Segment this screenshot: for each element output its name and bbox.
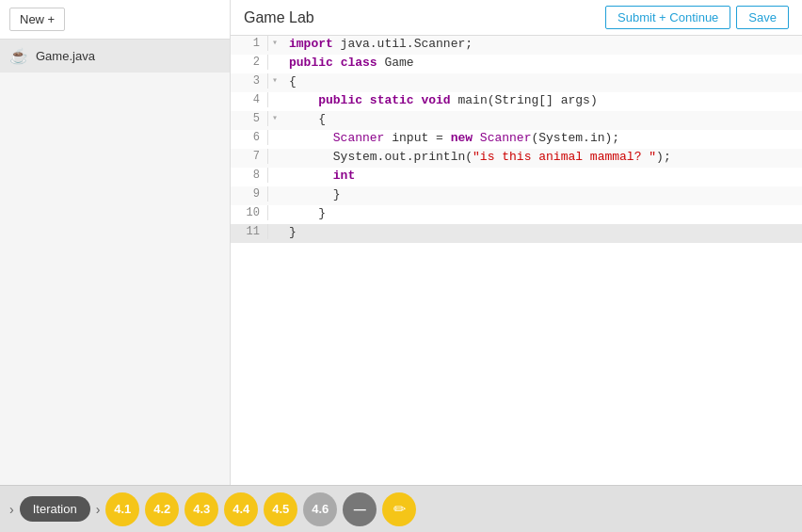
java-icon: ☕ <box>9 47 28 65</box>
code-line-6: 6 Scanner input = new Scanner(System.in)… <box>231 130 802 149</box>
line-number-2: 2 <box>231 55 268 70</box>
step-4-3-label: 4.3 <box>193 502 210 516</box>
code-line-7: 7 System.out.println("is this animal mam… <box>231 149 802 168</box>
file-item-game-java[interactable]: ☕ Game.java <box>0 40 230 73</box>
pencil-icon: ✏ <box>393 500 406 518</box>
line-number-6: 6 <box>231 130 268 145</box>
line-toggle-5[interactable]: ▾ <box>268 111 281 124</box>
editor-title: Game Lab <box>244 9 314 26</box>
sidebar-toolbar: New + <box>0 0 230 40</box>
line-number-11: 11 <box>231 224 268 239</box>
line-content-4: public static void main(String[] args) <box>281 92 605 108</box>
line-toggle-8 <box>268 168 281 169</box>
line-content-7: System.out.println("is this animal mamma… <box>281 149 679 165</box>
line-number-10: 10 <box>231 205 268 220</box>
code-line-9: 9 } <box>231 186 802 205</box>
step-dash[interactable]: — <box>343 492 377 526</box>
line-number-5: 5 <box>231 111 268 126</box>
step-4-3[interactable]: 4.3 <box>184 492 218 526</box>
step-4-2-label: 4.2 <box>153 502 170 516</box>
line-toggle-2 <box>268 55 281 56</box>
header-buttons: Submit + Continue Save <box>605 6 789 29</box>
line-number-8: 8 <box>231 168 268 183</box>
line-content-6: Scanner input = new Scanner(System.in); <box>281 130 627 146</box>
step-4-5[interactable]: 4.5 <box>264 492 297 526</box>
code-line-5: 5 ▾ { <box>231 111 802 130</box>
code-line-4: 4 public static void main(String[] args) <box>231 92 802 111</box>
line-content-9: } <box>281 186 348 202</box>
step-4-4-label: 4.4 <box>233 502 249 516</box>
step-4-6[interactable]: 4.6 <box>303 492 337 526</box>
code-line-2: 2 public class Game <box>231 55 802 73</box>
line-toggle-1[interactable]: ▾ <box>268 36 281 49</box>
main-area: New + ☕ Game.java Game Lab Submit + Cont… <box>0 0 802 485</box>
line-toggle-4 <box>268 92 281 94</box>
line-number-4: 4 <box>231 92 268 107</box>
line-toggle-11 <box>268 224 281 226</box>
code-line-3: 3 ▾ { <box>231 73 802 92</box>
chevron-right-icon[interactable]: › <box>96 502 101 517</box>
iteration-badge[interactable]: Iteration <box>20 496 90 522</box>
step-dash-label: — <box>354 502 366 516</box>
line-number-9: 9 <box>231 186 268 202</box>
code-line-8: 8 int <box>231 168 802 186</box>
line-toggle-7 <box>268 149 281 151</box>
step-4-4[interactable]: 4.4 <box>224 492 258 526</box>
line-number-3: 3 <box>231 73 268 89</box>
line-number-1: 1 <box>231 36 268 51</box>
editor-area: Game Lab Submit + Continue Save 1 ▾ impo… <box>231 0 802 485</box>
code-line-1: 1 ▾ import java.util.Scanner; <box>231 36 802 55</box>
line-toggle-9 <box>268 186 281 188</box>
save-button[interactable]: Save <box>736 6 789 29</box>
line-content-11: } <box>281 224 304 240</box>
line-content-3: { <box>281 73 304 89</box>
line-content-5: { <box>281 111 333 127</box>
line-number-7: 7 <box>231 149 268 164</box>
line-toggle-6 <box>268 130 281 132</box>
line-content-10: } <box>281 205 333 221</box>
new-button[interactable]: New + <box>9 8 65 31</box>
line-toggle-3[interactable]: ▾ <box>268 73 281 87</box>
line-content-2: public class Game <box>281 55 422 71</box>
step-4-1-label: 4.1 <box>114 502 131 516</box>
code-editor[interactable]: 1 ▾ import java.util.Scanner; 2 public c… <box>231 36 802 485</box>
pencil-badge[interactable]: ✏ <box>382 492 416 526</box>
step-4-5-label: 4.5 <box>272 502 289 516</box>
code-line-11: 11 } <box>231 224 802 243</box>
sidebar: New + ☕ Game.java <box>0 0 231 485</box>
step-4-2[interactable]: 4.2 <box>145 492 179 526</box>
chevron-left-icon[interactable]: › <box>9 502 14 517</box>
submit-continue-button[interactable]: Submit + Continue <box>605 6 730 29</box>
line-content-8: int <box>281 168 362 184</box>
line-content-1: import java.util.Scanner; <box>281 36 480 52</box>
line-toggle-10 <box>268 205 281 207</box>
step-4-6-label: 4.6 <box>312 502 329 516</box>
editor-header: Game Lab Submit + Continue Save <box>231 0 802 36</box>
code-line-10: 10 } <box>231 205 802 224</box>
step-4-1[interactable]: 4.1 <box>105 492 139 526</box>
bottom-bar: › Iteration › 4.1 4.2 4.3 4.4 4.5 4.6 — … <box>0 485 802 532</box>
file-name: Game.java <box>36 49 95 63</box>
